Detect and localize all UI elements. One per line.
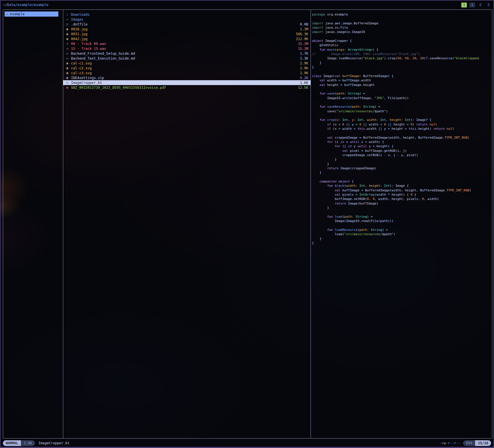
mode-badge: NORMAL: [3, 440, 21, 446]
file-row[interactable]: □ImageCropper.kt1.6K: [63, 80, 311, 85]
code-line: load("src/main/resources/$path"): [312, 232, 491, 236]
code-line: if (x < 0 || y < 0 || width < 0 || heigh…: [312, 122, 491, 127]
file-row[interactable]: ▣cal-c1.svg2.9K: [63, 61, 311, 66]
tab-indicator[interactable]: 2: [478, 3, 483, 7]
file-row[interactable]: ∩09 - Track 09.wav15.3M: [63, 41, 311, 46]
title-bar: ~/Data/example/example 1123: [3, 2, 491, 8]
file-row[interactable]: ▣cal-c3.svg2.9K: [63, 70, 311, 75]
pdf-icon: ▤: [66, 86, 69, 89]
terminal-window: ~/Data/example/example 1123 ▱ example ⇓D…: [0, 0, 494, 448]
file-size: 212.9K: [296, 37, 308, 41]
file-size: 1.3M: [300, 27, 308, 31]
file-size: 1.6K: [300, 81, 308, 85]
code-line: }: [312, 157, 491, 162]
scroll-percent-badge: 93%: [463, 440, 475, 446]
code-line: package org.example: [312, 12, 491, 17]
code-line: for (j in y until y + height) {: [312, 144, 491, 148]
code-line: return Image(buffImage): [312, 201, 491, 206]
code-line: Image(ImageIO.read(File(path))): [312, 219, 491, 223]
image-icon: ▣: [66, 27, 69, 31]
code-line: fun loadResource(path: String) =: [312, 228, 491, 232]
code-line: companion object {: [312, 179, 491, 184]
code-line: import java.awt.image.BufferedImage: [312, 21, 491, 25]
code-line: [312, 34, 491, 39]
code-line: }: [312, 61, 491, 65]
code-line: import javax.imageio.ImageIO: [312, 30, 491, 34]
code-line: val buffImage = BufferedImage(width, hei…: [312, 188, 491, 192]
sidebar-item-example[interactable]: ▱ example: [5, 11, 58, 17]
code-preview: package org.example import java.awt.imag…: [312, 12, 491, 245]
preview-pane: package org.example import java.awt.imag…: [311, 10, 492, 438]
code-line: croppedImage.setRGB(i - x, j - y, pixel): [312, 153, 491, 157]
file-name: IDEAsettings.zip: [71, 76, 298, 80]
position-pill: 93% 15/16: [463, 440, 491, 446]
file-size: 2.9K: [300, 61, 308, 65]
file-size-badge: 1.6K: [21, 440, 35, 446]
file-row[interactable]: ∩15 - Track 15.wav15.3M: [63, 46, 311, 51]
code-line: fun main(args: Array<String>) {: [312, 48, 491, 52]
file-size: 5.2K: [300, 76, 308, 80]
file-row[interactable]: ▭Backend_Frontend_Setup_Guide.md1.7K: [63, 51, 311, 56]
code-line: [312, 131, 491, 135]
download-icon: ⇓: [66, 13, 69, 16]
code-line: [312, 69, 491, 74]
file-name: Backend_Test_Execution_Guide.md: [71, 56, 298, 60]
code-line: }: [312, 65, 491, 69]
parent-pane: ▱ example: [3, 10, 63, 438]
code-line: @JvmStatic: [312, 43, 491, 47]
zip-icon: ▦: [66, 76, 69, 79]
file-name: SBI_0032013739_2023_DE05_0003155631Invoi…: [71, 86, 296, 90]
file-name: cal-c2.svg: [71, 66, 298, 70]
file-row[interactable]: ▣0028.jpg1.3M: [63, 27, 311, 32]
code-line: val width = buffImage.width: [312, 78, 491, 82]
code-line: fun crop(x: Int, y: Int, width: Int, hei…: [312, 118, 491, 122]
markdown-icon: ▭: [66, 57, 69, 60]
tab-indicator[interactable]: 3: [486, 3, 491, 7]
code-line: val pixel = buffImage.getRGB(i, j): [312, 149, 491, 153]
file-size: 2.9K: [300, 66, 308, 70]
image-icon: ▣: [66, 71, 69, 74]
file-name: 0031.jpg: [71, 32, 294, 36]
code-line: for (i in x until x + width) {: [312, 140, 491, 144]
file-size: 15.3M: [298, 42, 308, 46]
cursor-position-badge: 15/16: [475, 440, 491, 446]
status-filename: ImageCropper.kt: [38, 441, 69, 445]
file-row[interactable]: □.dotfile0.0B: [63, 22, 311, 27]
audio-icon: ∩: [66, 47, 69, 50]
file-size: 15.3M: [298, 47, 308, 51]
status-bar: NORMAL 1.6K ImageCropper.kt -rw-r--r-- 9…: [3, 440, 491, 446]
tab-indicator[interactable]: 1: [461, 3, 467, 7]
code-line: [312, 223, 491, 228]
tab-indicator[interactable]: 1: [469, 3, 475, 7]
code-line: import java.io.File: [312, 25, 491, 30]
audio-icon: ∩: [66, 42, 69, 45]
file-row[interactable]: ▦IDEAsettings.zip5.2K: [63, 75, 311, 80]
sidebar-item-label: example: [10, 12, 25, 16]
code-line: }: [312, 241, 491, 245]
file-size: 0.0B: [300, 22, 308, 26]
mode-pill: NORMAL 1.6K: [3, 440, 35, 446]
code-line: class Image(val buffImage: BufferedImage…: [312, 74, 491, 78]
panes-container: ▱ example ⇓Downloads▱Images□.dotfile0.0B…: [3, 9, 492, 439]
folder-icon: ▱: [66, 18, 69, 21]
file-icon: □: [66, 81, 69, 84]
file-name: Backend_Frontend_Setup_Guide.md: [71, 52, 298, 56]
file-row[interactable]: ▱Images: [63, 17, 311, 22]
code-line: [312, 175, 491, 179]
code-line: ImageIO.write(buffImage, "JPG", File(pat…: [312, 96, 491, 100]
file-row[interactable]: ⇓Downloads: [63, 12, 311, 17]
file-row[interactable]: ▤SBI_0032013739_2023_DE05_0003155631Invo…: [63, 85, 311, 90]
file-row[interactable]: ▭Backend_Test_Execution_Guide.md1.3K: [63, 56, 311, 61]
code-line: [312, 210, 491, 214]
file-row[interactable]: ▣cal-c2.svg2.9K: [63, 66, 311, 70]
code-line: Image.loadResource("black.jpg").crop(50,…: [312, 56, 491, 60]
image-icon: ▣: [66, 66, 69, 70]
file-size: 12.5K: [298, 86, 308, 90]
tab-bar: 1123: [461, 3, 491, 7]
code-line: }: [312, 206, 491, 210]
image-icon: ▣: [66, 62, 69, 65]
file-row[interactable]: ▣0042.jpg212.9K: [63, 36, 311, 41]
file-name: 09 - Track 09.wav: [71, 42, 296, 46]
file-size: 2.9K: [300, 71, 308, 75]
file-row[interactable]: ▣0031.jpg586.3K: [63, 32, 311, 36]
